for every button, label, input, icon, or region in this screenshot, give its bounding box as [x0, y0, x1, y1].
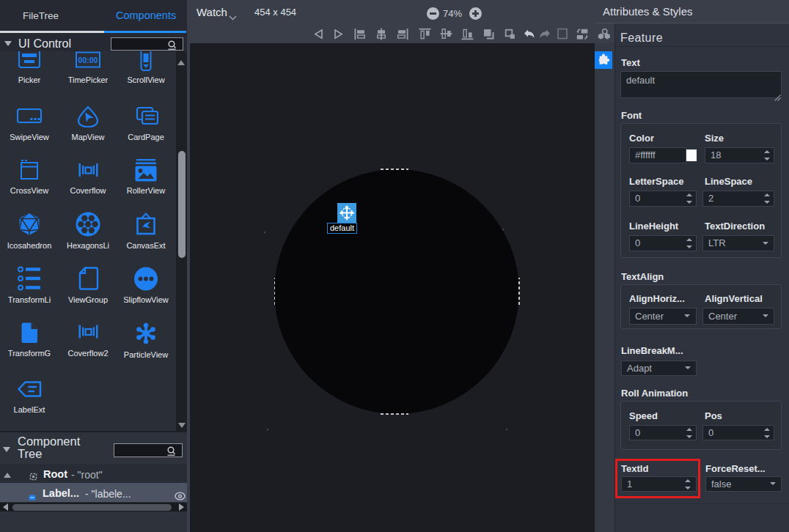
svg-text:00:00: 00:00 — [78, 56, 98, 64]
